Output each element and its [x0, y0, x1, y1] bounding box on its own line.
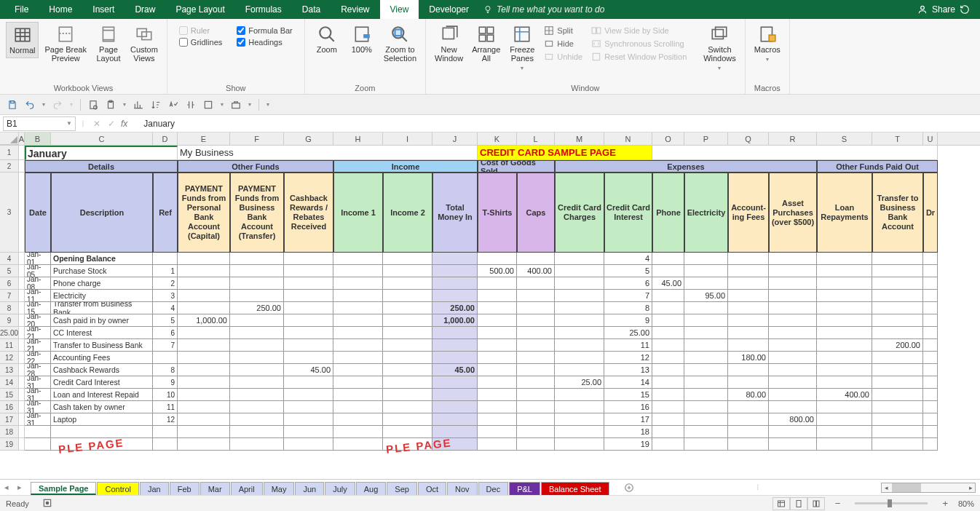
data-cell[interactable] — [769, 290, 817, 302]
data-cell[interactable]: Transfer to Business Bank — [51, 339, 153, 352]
data-cell[interactable] — [769, 426, 817, 438]
data-cell[interactable] — [383, 426, 432, 438]
data-cell[interactable] — [19, 265, 25, 277]
autofit-icon[interactable] — [186, 100, 196, 110]
data-cell[interactable] — [684, 364, 728, 376]
data-cell[interactable] — [923, 426, 938, 438]
data-cell[interactable] — [817, 426, 872, 438]
data-cell[interactable]: 4 — [604, 253, 652, 265]
sheet-tab-aug[interactable]: Aug — [356, 482, 387, 495]
data-cell[interactable]: Phone charge — [51, 277, 153, 290]
data-cell[interactable] — [652, 352, 684, 364]
data-cell[interactable]: 14 — [604, 376, 652, 389]
data-cell[interactable]: Laptop — [51, 413, 153, 426]
data-cell[interactable] — [684, 401, 728, 413]
data-cell[interactable] — [728, 376, 769, 389]
data-cell[interactable] — [432, 389, 478, 401]
row-header[interactable]: 15 — [0, 389, 19, 401]
save-icon[interactable] — [7, 100, 17, 110]
data-cell[interactable] — [684, 302, 728, 314]
tab-page-layout[interactable]: Page Layout — [165, 0, 234, 19]
data-cell[interactable]: 15 — [604, 389, 652, 401]
row-header[interactable]: 25.00 — [0, 327, 19, 339]
data-cell[interactable] — [728, 401, 769, 413]
data-cell[interactable] — [284, 339, 333, 352]
data-cell[interactable] — [652, 401, 684, 413]
data-cell[interactable] — [333, 376, 383, 389]
data-cell[interactable] — [923, 376, 938, 389]
data-cell[interactable] — [872, 376, 923, 389]
data-cell[interactable] — [517, 364, 555, 376]
data-cell[interactable] — [178, 265, 230, 277]
data-cell[interactable] — [555, 438, 604, 451]
data-cell[interactable] — [817, 277, 872, 290]
data-cell[interactable] — [728, 290, 769, 302]
data-cell[interactable] — [769, 438, 817, 451]
data-cell[interactable] — [769, 253, 817, 265]
data-cell[interactable] — [517, 302, 555, 314]
data-cell[interactable] — [478, 389, 517, 401]
sheet-tab-dec[interactable]: Dec — [478, 482, 509, 495]
data-cell[interactable] — [684, 376, 728, 389]
enter-icon[interactable]: ✓ — [108, 119, 115, 129]
data-cell[interactable]: Cash paid in by owner — [51, 314, 153, 327]
name-box[interactable]: B1 ▼ — [3, 116, 76, 131]
data-cell[interactable] — [333, 364, 383, 376]
data-cell[interactable]: Jan-01 — [25, 253, 51, 265]
sheet-tab-april[interactable]: April — [231, 482, 263, 495]
sort-icon[interactable] — [151, 100, 161, 110]
sheet-nav-prev[interactable]: ◂ — [0, 483, 13, 492]
horizontal-scrollbar[interactable]: ◂ ▸ — [881, 483, 976, 493]
data-cell[interactable]: Accounting Fees — [51, 352, 153, 364]
zoom-level[interactable]: 80% — [958, 499, 974, 508]
data-cell[interactable] — [769, 364, 817, 376]
arrange-all-button[interactable]: Arrange All — [469, 22, 503, 66]
customize-qat-dropdown[interactable]: ▾ — [266, 101, 269, 108]
data-cell[interactable]: Jan-21 — [25, 327, 51, 339]
data-cell[interactable] — [555, 302, 604, 314]
data-cell[interactable]: Cashback Rewards — [51, 364, 153, 376]
data-cell[interactable] — [923, 438, 938, 451]
data-cell[interactable] — [333, 401, 383, 413]
data-cell[interactable] — [652, 426, 684, 438]
reset-window-button[interactable]: Reset Window Position — [588, 51, 698, 63]
data-cell[interactable]: Jan-21 — [25, 339, 51, 352]
data-cell[interactable] — [19, 389, 25, 401]
macro-record-icon[interactable] — [42, 498, 52, 510]
data-cell[interactable] — [284, 413, 333, 426]
data-cell[interactable] — [19, 327, 25, 339]
data-cell[interactable] — [684, 253, 728, 265]
data-cell[interactable] — [817, 314, 872, 327]
row-header[interactable]: 14 — [0, 376, 19, 389]
data-cell[interactable] — [478, 302, 517, 314]
data-cell[interactable] — [817, 413, 872, 426]
sheet-tab-sep[interactable]: Sep — [387, 482, 417, 495]
data-cell[interactable]: 16 — [604, 401, 652, 413]
data-cell[interactable] — [872, 401, 923, 413]
formula-input[interactable]: January — [143, 119, 175, 129]
column-header-A[interactable]: A — [19, 132, 25, 145]
formula-bar-checkbox[interactable]: Formula Bar — [237, 26, 293, 35]
data-cell[interactable] — [769, 401, 817, 413]
data-cell[interactable] — [432, 352, 478, 364]
hdr-cogs[interactable]: Cost of Goods Sold — [478, 160, 555, 173]
redo-icon[interactable] — [52, 100, 63, 110]
data-cell[interactable]: 5 — [604, 265, 652, 277]
data-cell[interactable] — [178, 364, 230, 376]
data-cell[interactable] — [19, 364, 25, 376]
data-cell[interactable] — [432, 327, 478, 339]
zoom-slider[interactable] — [855, 502, 928, 504]
data-cell[interactable] — [478, 277, 517, 290]
data-cell[interactable]: 400.00 — [517, 265, 555, 277]
data-cell[interactable]: Jan-31 — [25, 413, 51, 426]
data-cell[interactable]: CC Interest — [51, 327, 153, 339]
hdr-loan[interactable]: Loan Repayments — [817, 173, 872, 253]
data-cell[interactable] — [284, 352, 333, 364]
data-cell[interactable] — [383, 401, 432, 413]
tab-data[interactable]: Data — [292, 0, 331, 19]
scroll-right-icon[interactable]: ▸ — [966, 484, 975, 491]
sheet-tab-control[interactable]: Control — [97, 482, 138, 495]
data-cell[interactable] — [728, 277, 769, 290]
row-header[interactable]: 3 — [0, 173, 19, 253]
cancel-icon[interactable]: ✕ — [93, 119, 100, 129]
